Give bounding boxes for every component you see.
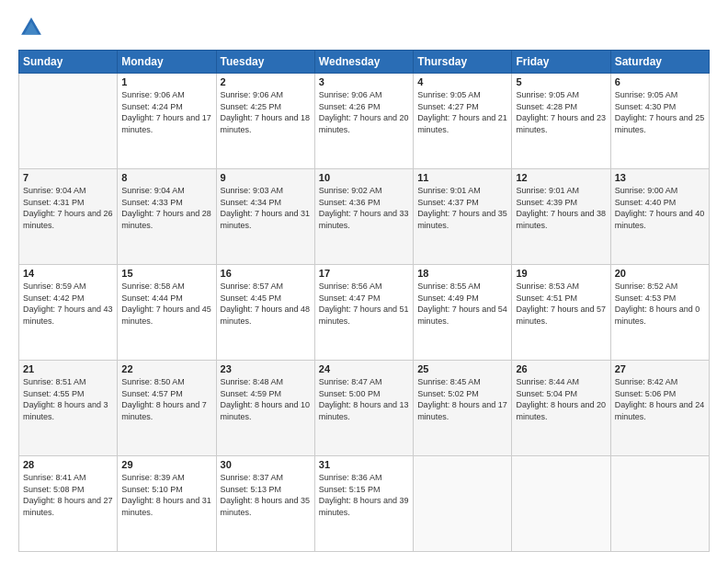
day-number: 15 [121,268,211,279]
day-number: 3 [319,76,409,87]
day-detail: Sunrise: 8:59 AMSunset: 4:42 PMDaylight:… [23,282,113,326]
day-detail: Sunrise: 9:06 AMSunset: 4:24 PMDaylight:… [121,90,211,134]
calendar-cell: 6Sunrise: 9:05 AMSunset: 4:30 PMDaylight… [610,74,709,169]
calendar-cell [414,456,512,552]
calendar-cell: 26Sunrise: 8:44 AMSunset: 5:04 PMDayligh… [512,361,610,456]
day-detail: Sunrise: 8:42 AMSunset: 5:06 PMDaylight:… [615,377,705,421]
calendar-cell: 25Sunrise: 8:45 AMSunset: 5:02 PMDayligh… [414,361,512,456]
calendar-cell: 28Sunrise: 8:41 AMSunset: 5:08 PMDayligh… [19,456,118,552]
calendar-week-row: 1Sunrise: 9:06 AMSunset: 4:24 PMDaylight… [19,74,710,169]
calendar-cell: 13Sunrise: 9:00 AMSunset: 4:40 PMDayligh… [610,169,709,265]
header-cell-sunday: Sunday [19,51,118,74]
day-detail: Sunrise: 9:05 AMSunset: 4:28 PMDaylight:… [516,90,606,134]
day-number: 26 [516,363,606,374]
calendar-cell: 1Sunrise: 9:06 AMSunset: 4:24 PMDaylight… [118,74,216,169]
header-cell-saturday: Saturday [610,51,709,74]
calendar-week-row: 21Sunrise: 8:51 AMSunset: 4:55 PMDayligh… [19,361,710,456]
header-cell-tuesday: Tuesday [216,51,314,74]
day-detail: Sunrise: 9:05 AMSunset: 4:27 PMDaylight:… [417,90,507,134]
day-detail: Sunrise: 8:37 AMSunset: 5:13 PMDaylight:… [221,473,311,517]
day-number: 1 [121,76,211,87]
day-detail: Sunrise: 8:53 AMSunset: 4:51 PMDaylight:… [516,282,606,326]
calendar-cell: 29Sunrise: 8:39 AMSunset: 5:10 PMDayligh… [118,456,216,552]
calendar-cell: 20Sunrise: 8:52 AMSunset: 4:53 PMDayligh… [610,265,709,361]
day-detail: Sunrise: 8:39 AMSunset: 5:10 PMDaylight:… [121,473,211,517]
day-number: 21 [23,363,113,374]
logo-icon [18,15,44,40]
day-number: 18 [417,268,507,279]
day-detail: Sunrise: 9:00 AMSunset: 4:40 PMDaylight:… [615,186,705,230]
day-detail: Sunrise: 9:04 AMSunset: 4:33 PMDaylight:… [121,186,211,230]
day-number: 25 [417,363,507,374]
calendar-cell: 18Sunrise: 8:55 AMSunset: 4:49 PMDayligh… [414,265,512,361]
day-detail: Sunrise: 8:50 AMSunset: 4:57 PMDaylight:… [121,377,207,421]
day-number: 23 [221,363,311,374]
calendar-cell: 10Sunrise: 9:02 AMSunset: 4:36 PMDayligh… [314,169,413,265]
calendar-cell: 30Sunrise: 8:37 AMSunset: 5:13 PMDayligh… [216,456,314,552]
day-detail: Sunrise: 9:05 AMSunset: 4:30 PMDaylight:… [615,90,705,134]
calendar-cell: 27Sunrise: 8:42 AMSunset: 5:06 PMDayligh… [610,361,709,456]
calendar-cell: 14Sunrise: 8:59 AMSunset: 4:42 PMDayligh… [19,265,118,361]
day-number: 4 [417,76,507,87]
calendar-header-row: SundayMondayTuesdayWednesdayThursdayFrid… [19,51,710,74]
calendar-cell: 3Sunrise: 9:06 AMSunset: 4:26 PMDaylight… [314,74,413,169]
day-detail: Sunrise: 8:44 AMSunset: 5:04 PMDaylight:… [516,377,606,421]
calendar-cell [512,456,610,552]
day-number: 14 [23,268,113,279]
calendar-cell [19,74,118,169]
day-detail: Sunrise: 9:02 AMSunset: 4:36 PMDaylight:… [319,186,409,230]
header-cell-monday: Monday [118,51,216,74]
calendar-cell: 15Sunrise: 8:58 AMSunset: 4:44 PMDayligh… [118,265,216,361]
calendar-cell: 7Sunrise: 9:04 AMSunset: 4:31 PMDaylight… [19,169,118,265]
day-number: 31 [319,459,409,470]
calendar-cell: 4Sunrise: 9:05 AMSunset: 4:27 PMDaylight… [414,74,512,169]
calendar-cell: 22Sunrise: 8:50 AMSunset: 4:57 PMDayligh… [118,361,216,456]
day-number: 2 [221,76,311,87]
day-detail: Sunrise: 9:06 AMSunset: 4:26 PMDaylight:… [319,90,409,134]
day-detail: Sunrise: 9:06 AMSunset: 4:25 PMDaylight:… [221,90,311,134]
logo [18,15,50,40]
day-detail: Sunrise: 8:55 AMSunset: 4:49 PMDaylight:… [417,282,507,326]
day-number: 27 [615,363,705,374]
day-number: 24 [319,363,409,374]
day-detail: Sunrise: 8:58 AMSunset: 4:44 PMDaylight:… [121,282,211,326]
calendar-week-row: 28Sunrise: 8:41 AMSunset: 5:08 PMDayligh… [19,456,710,552]
day-number: 9 [221,172,311,183]
day-number: 7 [23,172,113,183]
calendar-cell: 9Sunrise: 9:03 AMSunset: 4:34 PMDaylight… [216,169,314,265]
day-number: 30 [221,459,311,470]
day-detail: Sunrise: 9:01 AMSunset: 4:39 PMDaylight:… [516,186,606,230]
calendar-cell: 5Sunrise: 9:05 AMSunset: 4:28 PMDaylight… [512,74,610,169]
day-detail: Sunrise: 8:51 AMSunset: 4:55 PMDaylight:… [23,377,108,421]
day-detail: Sunrise: 8:47 AMSunset: 5:00 PMDaylight:… [319,377,409,421]
day-number: 6 [615,76,705,87]
day-number: 16 [221,268,311,279]
day-number: 19 [516,268,606,279]
day-number: 17 [319,268,409,279]
day-number: 22 [121,363,211,374]
calendar-cell: 8Sunrise: 9:04 AMSunset: 4:33 PMDaylight… [118,169,216,265]
day-detail: Sunrise: 8:41 AMSunset: 5:08 PMDaylight:… [23,473,113,517]
calendar-cell: 17Sunrise: 8:56 AMSunset: 4:47 PMDayligh… [314,265,413,361]
day-detail: Sunrise: 9:01 AMSunset: 4:37 PMDaylight:… [417,186,507,230]
day-number: 29 [121,459,211,470]
calendar-cell: 11Sunrise: 9:01 AMSunset: 4:37 PMDayligh… [414,169,512,265]
day-detail: Sunrise: 8:48 AMSunset: 4:59 PMDaylight:… [221,377,311,421]
day-detail: Sunrise: 8:52 AMSunset: 4:53 PMDaylight:… [615,282,700,326]
day-number: 12 [516,172,606,183]
calendar-cell: 16Sunrise: 8:57 AMSunset: 4:45 PMDayligh… [216,265,314,361]
header-cell-wednesday: Wednesday [314,51,413,74]
calendar-cell: 12Sunrise: 9:01 AMSunset: 4:39 PMDayligh… [512,169,610,265]
calendar-cell: 31Sunrise: 8:36 AMSunset: 5:15 PMDayligh… [314,456,413,552]
calendar-cell: 2Sunrise: 9:06 AMSunset: 4:25 PMDaylight… [216,74,314,169]
calendar-cell: 19Sunrise: 8:53 AMSunset: 4:51 PMDayligh… [512,265,610,361]
day-number: 13 [615,172,705,183]
header-cell-thursday: Thursday [414,51,512,74]
day-detail: Sunrise: 8:45 AMSunset: 5:02 PMDaylight:… [417,377,507,421]
day-number: 10 [319,172,409,183]
calendar-table: SundayMondayTuesdayWednesdayThursdayFrid… [18,50,710,552]
header [18,15,710,40]
calendar-cell: 21Sunrise: 8:51 AMSunset: 4:55 PMDayligh… [19,361,118,456]
calendar-week-row: 14Sunrise: 8:59 AMSunset: 4:42 PMDayligh… [19,265,710,361]
day-detail: Sunrise: 8:36 AMSunset: 5:15 PMDaylight:… [319,473,409,517]
